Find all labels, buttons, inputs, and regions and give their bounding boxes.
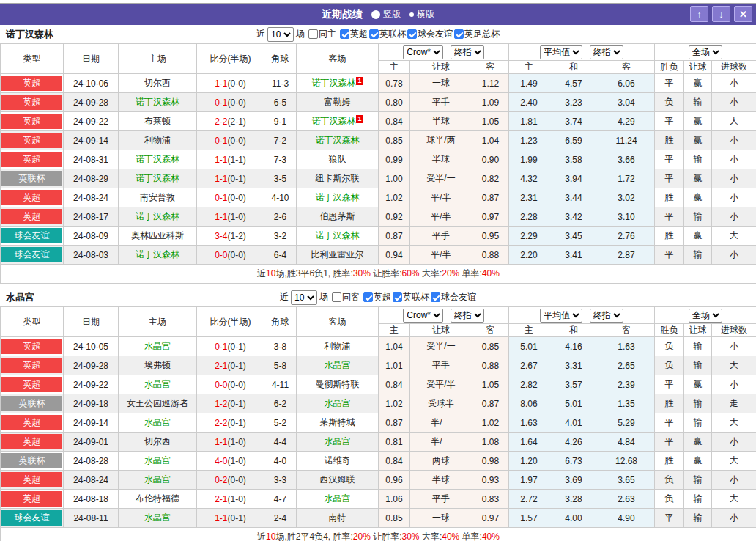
move-down-button[interactable]: ↓ [712,6,730,22]
table-row: 英超24-08-18布伦特福德2-1(1-0)4-7水晶宫1.06平手0.832… [1,490,756,509]
score-cell: 0-1(0-0) [197,93,264,112]
table-row: 英超24-09-28埃弗顿2-1(0-1)5-8水晶宫1.01平手0.882.6… [1,356,756,375]
result-wdl: 平 [655,433,684,452]
league-filter-checkbox[interactable]: 英联杯 [369,28,406,40]
avg-odds-away: 1.63 [598,337,655,356]
handicap-odds-away: 1.09 [472,93,509,112]
result-wdl: 平 [655,375,684,394]
league-badge: 英超 [1,114,62,129]
league-filter-checkbox[interactable]: 球会友谊 [431,291,476,303]
handicap-odds-home: 1.00 [379,169,410,188]
score-cell: 1-2(0-1) [197,394,264,413]
handicap-odds-away: 0.87 [472,394,509,413]
odds-stage-select[interactable]: 终指 [451,309,484,323]
avg-odds-away: 2.65 [598,356,655,375]
table-row: 英超24-08-31诺丁汉森林1-1(1-1)7-3狼队0.99半球0.901.… [1,150,756,169]
match-count-select[interactable]: 10 [291,290,317,305]
checkbox-checked-icon [454,29,464,39]
avg-odds-home: 1.81 [509,112,549,131]
match-count-select[interactable]: 10 [267,27,294,42]
layout-option-vertical[interactable]: 竖版 [371,8,401,21]
move-up-button[interactable]: ↑ [690,6,708,22]
avg-odds-home: 5.01 [509,337,549,356]
league-filter-checkbox[interactable]: 英足总杯 [454,28,500,40]
checkbox-checked-icon [340,29,349,39]
away-team: 伯恩茅斯 [297,207,379,227]
table-row: 英超24-10-05水晶宫0-1(0-1)3-8利物浦1.04受半/一0.855… [1,337,756,356]
full-time-score: 0-1 [215,342,227,352]
same-venue-filter[interactable]: 同主 [308,28,336,40]
result-scope-select[interactable]: 全场 [689,309,722,323]
avg-odds-away: 3.04 [598,93,655,112]
summary-value: 30% [353,268,371,279]
table-row: 球会友谊24-08-09奥林匹亚科斯3-4(1-2)3-2诺丁汉森林0.87平手… [1,227,756,246]
corners: 6-5 [264,93,297,112]
avg-odds-home: 1.63 [509,413,549,433]
league-filter-label: 英联杯 [403,291,429,303]
col-avg-away: 客 [598,324,655,337]
league-filter-checkbox[interactable]: 英超 [363,291,391,303]
full-time-score: 2-2 [215,418,227,428]
score-cell: 2-1(0-1) [197,356,264,375]
radio-selected-icon [371,10,380,19]
avg-odds-home: 1.23 [509,131,549,150]
col-goals: 进球数 [712,61,756,74]
arrow-up-icon: ↑ [697,9,702,20]
away-team: 莱斯特城 [297,413,379,433]
league-badge: 英超 [1,434,62,449]
avg-odds-draw: 5.01 [549,394,598,413]
league-badge: 英超 [1,472,62,487]
league-filter-checkbox[interactable]: 球会友谊 [407,28,453,40]
bookmaker-select[interactable]: Crow* [403,309,443,323]
avg-source-select[interactable]: 平均值 [540,309,582,323]
home-team: 水晶宫 [119,471,197,490]
league-filter-label: 英超 [350,28,368,40]
league-filter-checkbox[interactable]: 英联杯 [393,291,429,303]
col-type: 类型 [1,44,64,74]
league-cell: 英超 [1,433,64,452]
home-team-name: 水晶宫 [144,455,171,465]
result-handicap: 赢 [684,188,712,207]
average-odds-group: 平均值 终指 [509,307,655,324]
away-team-name: 诺丁汉森林 [316,135,360,145]
league-cell: 英联杯 [1,394,64,413]
league-cell: 英联杯 [1,169,64,188]
close-button[interactable]: ✕ [734,6,752,22]
col-wdl: 胜负 [655,61,684,74]
checkbox-checked-icon [407,29,417,39]
avg-odds-draw: 3.74 [549,112,598,131]
col-corner: 角球 [264,307,297,337]
layout-option-horizontal[interactable]: 横版 [410,8,434,21]
same-venue-filter[interactable]: 同客 [332,291,360,303]
league-filter-checkbox[interactable]: 英超 [340,28,368,40]
result-goals: 小 [712,207,756,227]
result-handicap: 输 [684,207,712,227]
avg-source-select[interactable]: 平均值 [540,45,582,59]
away-team: 水晶宫 [297,356,379,375]
summary-value: 40% [482,268,500,279]
home-team: 切尔西 [119,433,197,452]
corners: 2-6 [264,207,297,227]
avg-stage-select[interactable]: 终指 [590,45,623,59]
handicap-odds-home: 0.85 [379,131,410,150]
handicap-line: 受半/一 [410,337,472,356]
avg-stage-select[interactable]: 终指 [590,309,623,323]
col-odds-home: 主 [379,324,410,337]
odds-stage-select[interactable]: 终指 [451,45,484,59]
handicap-odds-away: 0.97 [472,207,509,227]
handicap-odds-home: 0.81 [379,433,410,452]
avg-odds-home: 2.72 [509,490,549,509]
result-handicap: 输 [684,394,712,413]
result-scope-select[interactable]: 全场 [689,45,722,59]
radio-label: 竖版 [383,8,401,21]
away-team: 水晶宫 [297,433,379,452]
bookmaker-select[interactable]: Crow* [403,45,443,59]
section-header: 水晶宫 近 10 场 同客 英超英联杯球会友谊 [0,288,756,306]
away-team-name: 诺丁汉森林 [311,116,355,126]
handicap-odds-away: 0.88 [472,246,509,265]
league-filter-label: 英足总杯 [464,28,500,40]
avg-odds-draw: 4.16 [549,337,598,356]
away-team-name: 水晶宫 [325,360,351,370]
table-row: 英联杯24-08-28水晶宫4-0(1-0)4-0诺维奇0.84两球0.981.… [1,452,756,471]
handicap-odds-away: 1.05 [472,112,509,131]
